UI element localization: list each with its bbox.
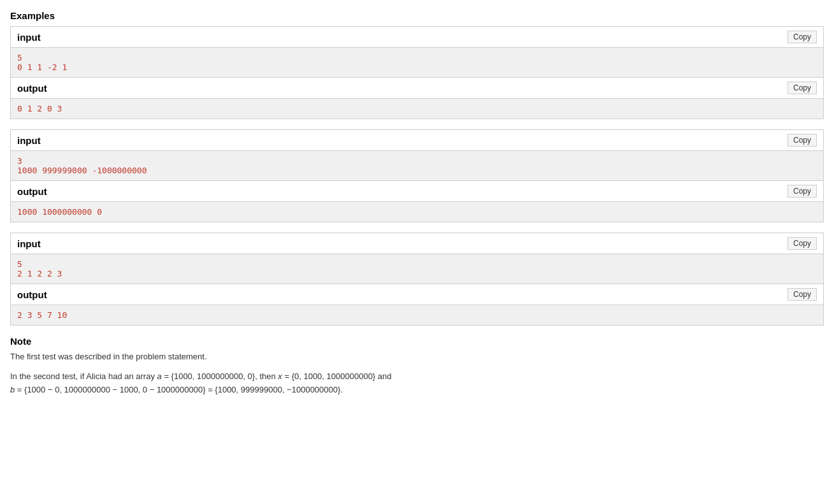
example-2-input-content: 3 1000 999999000 -1000000000 <box>11 151 823 180</box>
example-1-input-label: input <box>17 32 41 43</box>
example-2-input-row: input Copy 3 1000 999999000 -1000000000 <box>11 130 823 181</box>
example-2-output-copy-button[interactable]: Copy <box>787 185 817 198</box>
example-1-output-header: output Copy <box>11 78 823 99</box>
example-1-input-copy-button[interactable]: Copy <box>787 31 817 43</box>
example-2-output-label: output <box>17 186 47 197</box>
note-paragraph-1: The first test was described in the prob… <box>10 350 824 396</box>
example-1-output-content: 0 1 2 0 3 <box>11 99 823 119</box>
example-3-output-content: 2 3 5 7 10 <box>11 305 823 325</box>
example-2-input-header: input Copy <box>11 130 823 151</box>
example-3-input-copy-button[interactable]: Copy <box>787 237 817 250</box>
example-1-output-copy-button[interactable]: Copy <box>787 82 817 94</box>
example-3-output-label: output <box>17 289 47 300</box>
example-3-input-header: input Copy <box>11 233 823 254</box>
example-1-block: input Copy 5 0 1 1 -2 1 output Copy 0 1 … <box>10 26 824 119</box>
example-1-input-header: input Copy <box>11 27 823 48</box>
example-3-block: input Copy 5 2 1 2 2 3 output Copy 2 3 5… <box>10 233 824 326</box>
example-2-input-label: input <box>17 135 41 146</box>
example-2-block: input Copy 3 1000 999999000 -1000000000 … <box>10 129 824 222</box>
example-2-input-copy-button[interactable]: Copy <box>787 134 817 147</box>
example-2-output-content: 1000 1000000000 0 <box>11 202 823 222</box>
example-1-output-label: output <box>17 83 47 94</box>
example-3-input-row: input Copy 5 2 1 2 2 3 <box>11 233 823 284</box>
example-3-output-copy-button[interactable]: Copy <box>787 288 817 301</box>
example-3-output-row: output Copy 2 3 5 7 10 <box>11 284 823 325</box>
example-1-input-content: 5 0 1 1 -2 1 <box>11 48 823 77</box>
example-3-output-header: output Copy <box>11 284 823 305</box>
example-3-input-label: input <box>17 238 41 249</box>
note-section: Note The first test was described in the… <box>10 336 824 396</box>
example-3-input-content: 5 2 1 2 2 3 <box>11 254 823 284</box>
example-1-input-row: input Copy 5 0 1 1 -2 1 <box>11 27 823 78</box>
example-1-output-row: output Copy 0 1 2 0 3 <box>11 78 823 119</box>
example-2-output-header: output Copy <box>11 181 823 202</box>
note-title: Note <box>10 336 824 347</box>
example-2-output-row: output Copy 1000 1000000000 0 <box>11 181 823 222</box>
examples-container: input Copy 5 0 1 1 -2 1 output Copy 0 1 … <box>10 26 824 326</box>
section-title: Examples <box>10 10 824 21</box>
